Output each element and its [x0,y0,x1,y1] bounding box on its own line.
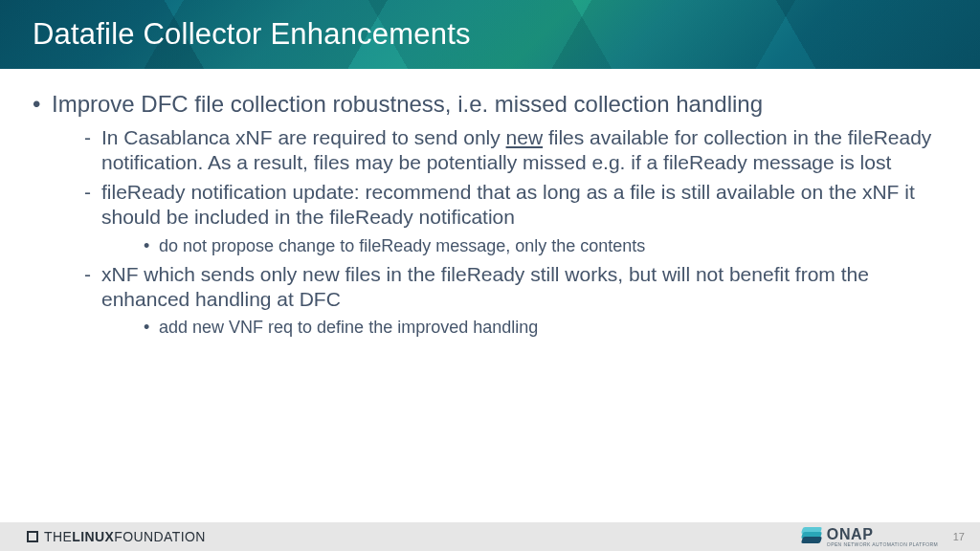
onap-text: ONAP OPEN NETWORK AUTOMATION PLATFORM [827,527,938,547]
lf-text: THELINUXFOUNDATION [44,529,206,544]
onap-mark-icon [802,527,821,546]
slide-title: Datafile Collector Enhancements [33,17,471,52]
onap-logo: ONAP OPEN NETWORK AUTOMATION PLATFORM [802,527,938,547]
text-fragment: xNF which sends only new files in the fi… [101,263,869,310]
bullet-top-text: Improve DFC file collection robustness, … [52,91,763,117]
bullet-sub2-vnf-req: add new VNF req to define the improved h… [134,317,947,339]
page-number: 17 [949,531,965,542]
text-fragment: fileReady notification update: recommend… [101,181,915,228]
slide-footer: THELINUXFOUNDATION ONAP OPEN NETWORK AUT… [0,522,980,551]
bullet-top: Improve DFC file collection robustness, … [33,90,947,339]
lf-the: THE [44,529,72,544]
linux-foundation-logo: THELINUXFOUNDATION [27,529,206,544]
lf-found: FOUNDATION [114,529,206,544]
lf-linux: LINUX [72,529,114,544]
bullet-sub-casablanca: In Casablanca xNF are required to send o… [75,125,947,174]
slide-header: Datafile Collector Enhancements [0,0,980,69]
text-fragment: In Casablanca xNF are required to send o… [101,126,506,148]
onap-main: ONAP [827,527,938,542]
underline-new: new [506,126,544,148]
onap-sub: OPEN NETWORK AUTOMATION PLATFORM [827,542,938,547]
slide: Datafile Collector Enhancements Improve … [0,0,980,551]
footer-right: ONAP OPEN NETWORK AUTOMATION PLATFORM 17 [802,527,965,547]
slide-content: Improve DFC file collection robustness, … [0,69,980,522]
bullet-sub-xnf-new-only: xNF which sends only new files in the fi… [75,262,947,339]
bullet-sub2-no-msg-change: do not propose change to fileReady messa… [134,235,947,257]
bullet-sub-fileready-update: fileReady notification update: recommend… [75,180,947,256]
lf-box-icon [27,531,38,542]
